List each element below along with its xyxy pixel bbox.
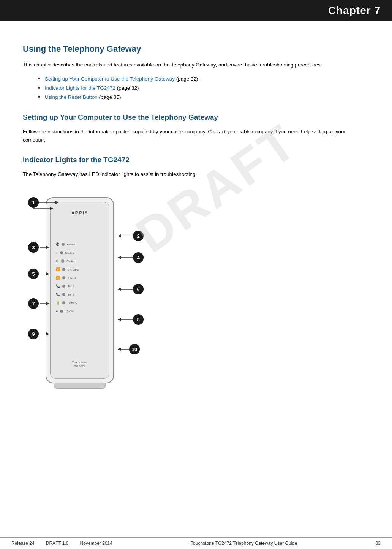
footer-left: Release 24 DRAFT 1.0 November 2014 <box>11 541 112 546</box>
led-dot-battery <box>62 301 65 304</box>
footer-draft: DRAFT 1.0 <box>46 541 69 546</box>
led-row-moca: ● MoCA <box>51 307 109 315</box>
footer-page-number: 33 <box>376 541 381 546</box>
callout-8: 8 <box>133 314 144 325</box>
toc-link-3[interactable]: Using the Reset Button <box>45 94 98 100</box>
led-dot-24ghz <box>62 268 65 271</box>
callout-7: 7 <box>28 298 39 309</box>
toc-list: Setting up Your Computer to Use the Tele… <box>23 74 369 102</box>
chapter-header: Chapter 7 <box>0 0 392 21</box>
led-dot-online <box>61 259 64 263</box>
section1-body: Follow the instructions in the informati… <box>23 128 369 144</box>
led-row-power: ⏻ Power <box>51 240 109 248</box>
toc-item-1: Setting up Your Computer to Use the Tele… <box>38 74 369 84</box>
device-body: ARRIS ⏻ Power ↕ US/DS <box>46 197 114 383</box>
toc-item-2: Indicator Lights for the TG2472 (page 32… <box>38 84 369 93</box>
led-row-24ghz: 📶 2.4 GHz <box>51 265 109 274</box>
footer-title: Touchstone TG2472 Telephony Gateway User… <box>191 541 297 546</box>
led-row-tel2: 📞 Tel 2 <box>51 290 109 299</box>
footer-center: Touchstone TG2472 Telephony Gateway User… <box>112 541 376 546</box>
footer-release: Release 24 <box>11 541 35 546</box>
main-content: Using the Telephony Gateway This chapter… <box>0 21 392 421</box>
led-row-battery: 🔋 Battery <box>51 299 109 307</box>
led-row-usds: ↕ US/DS <box>51 248 109 257</box>
callout-6: 6 <box>133 284 144 294</box>
led-dot-5ghz <box>62 276 65 279</box>
callout-4: 4 <box>133 252 144 263</box>
toc-pageref-1: (page 32) <box>176 76 198 82</box>
led-dot-tel1 <box>62 285 65 288</box>
section2-body: The Telephony Gateway has LED indicator … <box>23 170 369 179</box>
main-title: Using the Telephony Gateway <box>23 44 369 54</box>
callout-5: 5 <box>28 269 39 279</box>
callout-2: 2 <box>133 231 144 241</box>
callout-10: 10 <box>129 344 140 354</box>
toc-pageref-3: (page 35) <box>99 94 121 100</box>
section2-title: Indicator Lights for the TG2472 <box>23 156 369 164</box>
led-row-online: ⊕ Online <box>51 257 109 265</box>
led-dot-moca <box>60 310 63 313</box>
section1-title: Setting up Your Computer to Use the Tele… <box>23 113 369 122</box>
led-dot-usds <box>60 251 63 254</box>
device-base <box>54 383 106 389</box>
toc-link-2[interactable]: Indicator Lights for the TG2472 <box>45 85 115 91</box>
led-dot-tel2 <box>62 293 65 296</box>
device-diagram: 1 ARRIS ⏻ Power <box>23 186 167 399</box>
callout-3: 3 <box>28 242 39 253</box>
toc-item-3: Using the Reset Button (page 35) <box>38 93 369 102</box>
callout-9: 9 <box>28 329 39 339</box>
toc-link-1[interactable]: Setting up Your Computer to Use the Tele… <box>45 76 175 82</box>
led-row-5ghz: 📶 5 GHz <box>51 274 109 282</box>
led-dot-power <box>62 243 65 246</box>
chapter-label: Chapter 7 <box>328 5 381 16</box>
led-row-tel1: 📞 Tel 1 <box>51 282 109 290</box>
device-inner: ARRIS ⏻ Power ↕ US/DS <box>50 202 109 379</box>
footer: Release 24 DRAFT 1.0 November 2014 Touch… <box>0 537 392 549</box>
device-footer-label: TouchstoneTG2472 <box>51 360 109 369</box>
toc-pageref-2: (page 32) <box>117 85 139 91</box>
led-area: ⏻ Power ↕ US/DS ⊕ Online <box>51 240 109 315</box>
intro-text: This chapter describes the controls and … <box>23 61 369 69</box>
footer-date: November 2014 <box>80 541 112 546</box>
